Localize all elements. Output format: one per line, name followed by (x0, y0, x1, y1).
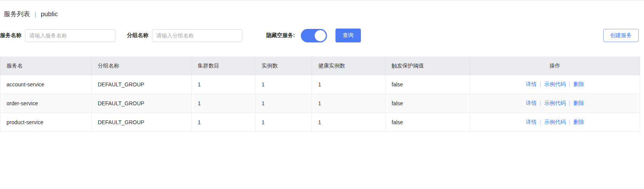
cell-instance-count: 1 (255, 113, 312, 132)
table-row: product-service DEFAULT_GROUP 1 1 1 fals… (0, 113, 640, 132)
action-separator: | (569, 119, 571, 125)
search-toolbar: 服务名称 分组名称 隐藏空服务: 查询 创建服务 (0, 29, 644, 42)
cell-operations: 详情|示例代码|删除 (470, 113, 640, 132)
cell-service-name: order-service (0, 94, 92, 113)
cell-group-name: DEFAULT_GROUP (92, 113, 192, 132)
delete-link[interactable]: 删除 (573, 119, 584, 125)
sample-code-link[interactable]: 示例代码 (544, 81, 566, 87)
sample-code-link[interactable]: 示例代码 (544, 119, 566, 125)
create-service-button[interactable]: 创建服务 (603, 29, 639, 42)
table-header-row: 服务名 分组名称 集群数目 实例数 健康实例数 触发保护阈值 操作 (0, 57, 640, 75)
cell-instance-count: 1 (255, 75, 312, 94)
title-separator: | (35, 11, 36, 17)
action-separator: | (569, 100, 571, 106)
table-row: account-service DEFAULT_GROUP 1 1 1 fals… (0, 75, 640, 94)
header-operations: 操作 (470, 57, 640, 75)
action-separator: | (540, 119, 541, 125)
action-separator: | (540, 81, 541, 87)
table-row: order-service DEFAULT_GROUP 1 1 1 false … (0, 94, 640, 113)
header-service-name: 服务名 (0, 57, 92, 75)
cell-group-name: DEFAULT_GROUP (92, 75, 192, 94)
header-cluster-count: 集群数目 (192, 57, 255, 75)
query-button[interactable]: 查询 (335, 29, 361, 42)
cell-protect-threshold: false (385, 94, 470, 113)
service-table: 服务名 分组名称 集群数目 实例数 健康实例数 触发保护阈值 操作 accoun… (0, 57, 640, 132)
cell-healthy-count: 1 (312, 75, 385, 94)
sample-code-link[interactable]: 示例代码 (544, 100, 566, 106)
cell-service-name: product-service (0, 113, 92, 132)
cell-operations: 详情|示例代码|删除 (470, 75, 640, 94)
cell-cluster-count: 1 (192, 113, 255, 132)
delete-link[interactable]: 删除 (573, 81, 584, 87)
group-name-input[interactable] (152, 29, 242, 42)
cell-operations: 详情|示例代码|删除 (470, 94, 640, 113)
page-title-text: 服务列表 (4, 10, 30, 19)
cell-healthy-count: 1 (312, 94, 385, 113)
namespace-label: public (41, 10, 58, 18)
service-list-page: 服务列表 | public 服务名称 分组名称 隐藏空服务: 查询 创建服务 服… (0, 0, 644, 189)
toggle-knob-icon (314, 30, 326, 42)
header-protect-threshold: 触发保护阈值 (385, 57, 470, 75)
cell-service-name: account-service (0, 75, 92, 94)
header-healthy-instance-count: 健康实例数 (312, 57, 385, 75)
page-title: 服务列表 | public (4, 10, 644, 19)
detail-link[interactable]: 详情 (526, 81, 537, 87)
detail-link[interactable]: 详情 (526, 119, 537, 125)
service-name-input[interactable] (25, 29, 115, 42)
hide-empty-service-toggle[interactable] (301, 29, 327, 42)
cell-protect-threshold: false (385, 75, 470, 94)
service-name-label: 服务名称 (0, 32, 22, 39)
group-name-label: 分组名称 (127, 32, 148, 39)
cell-group-name: DEFAULT_GROUP (92, 94, 192, 113)
action-separator: | (569, 81, 571, 87)
cell-cluster-count: 1 (192, 75, 255, 94)
delete-link[interactable]: 删除 (573, 100, 584, 106)
cell-healthy-count: 1 (312, 113, 385, 132)
hide-empty-service-label: 隐藏空服务: (266, 32, 295, 39)
cell-instance-count: 1 (255, 94, 312, 113)
action-separator: | (540, 100, 541, 106)
cell-cluster-count: 1 (192, 94, 255, 113)
cell-protect-threshold: false (385, 113, 470, 132)
header-instance-count: 实例数 (255, 57, 312, 75)
header-group-name: 分组名称 (92, 57, 192, 75)
detail-link[interactable]: 详情 (526, 100, 537, 106)
